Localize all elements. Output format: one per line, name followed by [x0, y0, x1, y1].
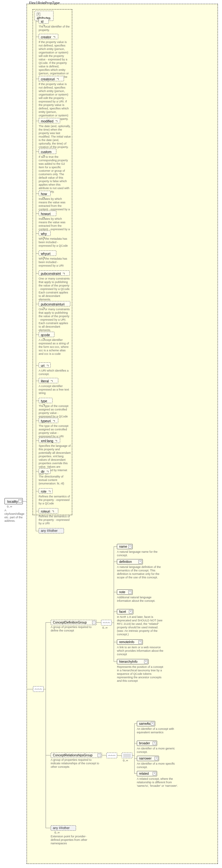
attr-uri: uri — [39, 362, 51, 368]
attr-corner-icon — [48, 490, 50, 493]
attr-desc: Refines the semantics of the property - … — [39, 515, 71, 525]
attr-label: role — [41, 490, 47, 493]
child-desc-related: A related concept, where the relationshi… — [137, 777, 184, 788]
attr-label: pubconstrainturi — [41, 302, 64, 306]
expand-icon[interactable]: + — [128, 590, 132, 594]
expand-icon[interactable]: + — [129, 610, 132, 614]
attr-conn — [36, 37, 39, 37]
attr-custom: custom — [39, 149, 56, 154]
cdef-seq-spine-v1 — [114, 547, 114, 623]
attr-conn — [36, 304, 39, 304]
attr-how: how — [39, 191, 51, 196]
attr-label: how — [41, 192, 47, 196]
attr-desc: The directionality of textual content (e… — [39, 475, 71, 485]
expand-icon[interactable]: + — [144, 660, 147, 663]
expand-icon[interactable]: − — [98, 753, 101, 757]
attr-label: xml:lang — [41, 439, 53, 443]
attr-dir: dir — [39, 468, 51, 474]
crel-child-conn — [134, 723, 137, 724]
attr-desc: Refines the semantics of the property - … — [39, 495, 71, 505]
attr-label: dir — [41, 470, 45, 473]
cdef-seq-conn — [96, 622, 101, 623]
main-branch-conn — [46, 755, 51, 755]
attr-conn — [36, 79, 39, 79]
group-concept-definition: ConceptDefinitionGroup− — [51, 620, 96, 625]
attr-pubconstraint: pubconstraint — [39, 270, 70, 276]
root-element: locality − — [4, 498, 23, 504]
attr-label: pubconstraint — [41, 272, 61, 275]
root-occ: 0..∞ — [7, 505, 12, 508]
crel-child-conn — [134, 758, 137, 758]
attr-corner-icon — [55, 120, 57, 122]
attr-corner-icon — [52, 420, 55, 422]
crel-seq-sw-conn — [117, 755, 121, 756]
attr-conn — [36, 213, 39, 214]
attr-label: whyuri — [41, 252, 50, 255]
attr-desc: One or many constraints that apply to pu… — [39, 277, 71, 301]
attr-corner-icon — [56, 78, 59, 80]
attr-conn — [36, 234, 39, 234]
child-desc-broader: An identifier of a more generic concept. — [137, 747, 184, 754]
attr-desc: The type of the concept assigned as cont… — [39, 424, 71, 438]
attr-roleuri: roleuri — [39, 508, 58, 514]
attr-label: typeuri — [41, 419, 51, 423]
child-related: related+ — [137, 771, 157, 776]
expand-icon[interactable]: + — [155, 757, 158, 760]
attr-desc: If the property value is not defined, sp… — [39, 83, 71, 121]
root-connector — [23, 501, 27, 501]
child-broader: broader+ — [137, 741, 157, 746]
switch-crel — [121, 752, 132, 758]
attr-desc: The type of the concept assigned as cont… — [39, 404, 71, 418]
cdef-child-conn — [114, 642, 117, 642]
attr-desc: The date (and, optionally, the time) whe… — [39, 125, 71, 149]
child-desc-definition: A natural language definition of the sem… — [117, 565, 164, 579]
cdef-child-conn — [114, 661, 117, 662]
expand-icon[interactable]: − — [92, 621, 95, 624]
attr-label: why — [41, 232, 47, 236]
attr-desc: One or many constraints that apply to pu… — [39, 308, 71, 332]
expand-icon[interactable]: − — [18, 499, 22, 503]
crel-sw-spine-v1 — [134, 723, 135, 755]
attr-desc: A concept identifier expressed as a stri… — [39, 338, 71, 356]
child-desc-facet: In NAR 1.8 and later, facet is deprecate… — [117, 615, 164, 636]
attr-label: roleuri — [41, 509, 50, 513]
attr-typeuri: typeuri — [39, 418, 58, 423]
attr-role: role — [39, 488, 53, 494]
crel-sw-spine-v2 — [134, 755, 135, 773]
attr-conn — [36, 253, 39, 254]
attr-conn — [36, 491, 39, 491]
any-other-occ: 0..∞ — [54, 831, 59, 834]
expand-icon[interactable]: + — [138, 640, 142, 644]
attr-corner-icon — [54, 439, 57, 442]
crel-child-conn — [134, 743, 137, 743]
cdef-child-conn — [114, 562, 117, 562]
expand-icon[interactable]: + — [152, 772, 156, 775]
main-spine — [46, 622, 46, 828]
child-remoteInfo: remoteInfo+ — [117, 640, 143, 645]
attr-corner-icon — [46, 470, 49, 473]
group-cdef-desc: A group of properties required to define… — [51, 625, 96, 632]
attr-conn — [36, 193, 39, 194]
attr-modified: modified — [39, 118, 60, 123]
attr-label: uri — [41, 364, 45, 367]
attr-corner-icon — [51, 510, 54, 513]
root-name: locality — [7, 500, 18, 503]
attr-spine — [36, 21, 36, 531]
expand-icon[interactable]: + — [128, 545, 132, 548]
attr-creatoruri: creatoruri — [39, 76, 64, 81]
attr-label: custom — [41, 150, 52, 154]
attr-conn — [36, 440, 39, 441]
attr-conn — [36, 273, 39, 274]
attr-label: howuri — [41, 212, 51, 216]
sequence-cdef: · · · — [101, 620, 112, 625]
expand-icon[interactable]: + — [152, 742, 156, 745]
main-branch-conn — [46, 828, 51, 828]
expand-icon[interactable]: + — [138, 560, 142, 563]
cdef-seq-spine — [112, 623, 114, 623]
canvas: Flex1RolePropType ≡ attributes locality … — [0, 0, 222, 868]
any-other-desc: Extension point for provider-defined pro… — [51, 835, 92, 845]
expand-icon[interactable]: + — [151, 722, 154, 725]
child-desc-name: A natural language name for the concept. — [117, 550, 164, 557]
attr-desc: If set to true the corresponding propert… — [39, 155, 71, 193]
attr-type: type — [39, 398, 53, 403]
